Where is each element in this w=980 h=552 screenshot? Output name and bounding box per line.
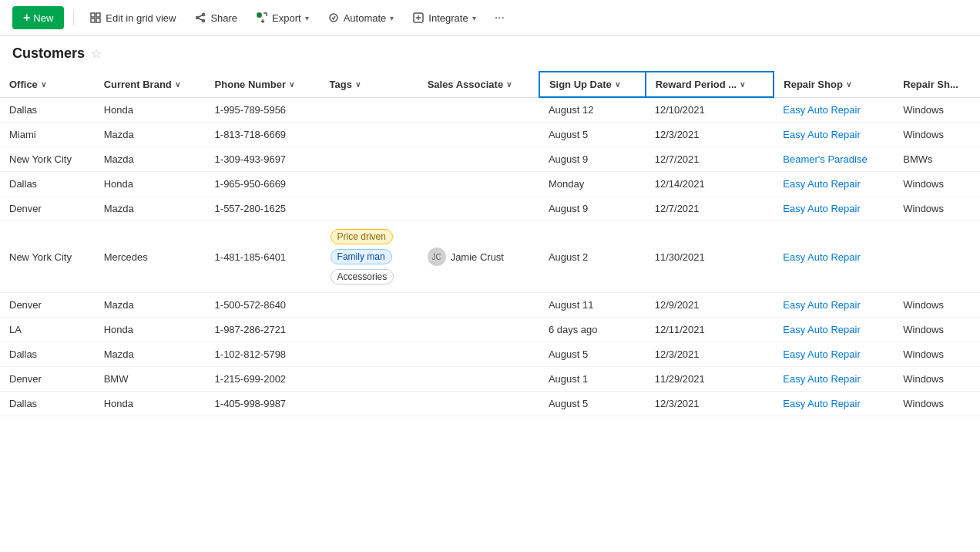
col-header-sales-associate[interactable]: Sales Associate ∨: [418, 72, 539, 97]
col-sort-reward-icon: ∨: [740, 80, 745, 89]
cell-repair-sh2: Windows: [894, 97, 980, 123]
col-label-sales-associate: Sales Associate: [428, 79, 504, 90]
cell-repair-shop[interactable]: Easy Auto Repair: [774, 221, 894, 293]
cell-current-brand: Mazda: [95, 293, 206, 318]
col-label-office: Office: [9, 79, 38, 90]
edit-grid-button[interactable]: Edit in grid view: [83, 8, 182, 28]
col-header-office[interactable]: Office ∨: [0, 72, 95, 97]
customers-table: Office ∨ Current Brand ∨ Phone Number ∨: [0, 71, 980, 416]
cell-repair-shop[interactable]: Easy Auto Repair: [774, 293, 894, 318]
cell-current-brand: Honda: [95, 392, 206, 416]
cell-repair-shop[interactable]: Easy Auto Repair: [774, 342, 894, 367]
integrate-chevron-icon: ▾: [472, 14, 476, 22]
cell-repair-shop[interactable]: Easy Auto Repair: [774, 318, 894, 342]
col-header-reward-period[interactable]: Reward Period ... ∨: [646, 72, 774, 97]
automate-button[interactable]: Automate ▾: [321, 8, 401, 28]
integrate-label: Integrate: [428, 12, 468, 24]
svg-rect-2: [91, 19, 95, 22]
cell-phone-number: 1-813-718-6669: [206, 123, 321, 147]
cell-repair-shop[interactable]: Beamer's Paradise: [774, 147, 894, 172]
cell-sales-associate: [418, 367, 539, 392]
cell-current-brand: BMW: [95, 367, 206, 392]
share-label: Share: [210, 12, 237, 24]
table-row: New York CityMazda1-309-493-9697August 9…: [0, 147, 980, 172]
col-header-repair-sh2[interactable]: Repair Sh...: [894, 72, 980, 97]
cell-phone-number: 1-102-812-5798: [206, 342, 321, 367]
cell-repair-shop[interactable]: Easy Auto Repair: [774, 97, 894, 123]
cell-office: New York City: [0, 147, 95, 172]
svg-rect-9: [257, 13, 261, 17]
automate-chevron-icon: ▾: [390, 14, 394, 22]
col-label-repair-sh2: Repair Sh...: [903, 79, 958, 90]
cell-current-brand: Mazda: [95, 123, 206, 147]
cell-reward-period: 12/3/2021: [646, 123, 774, 147]
cell-repair-shop[interactable]: Easy Auto Repair: [774, 172, 894, 197]
col-sort-repair-icon: ∨: [846, 80, 851, 89]
share-icon: [194, 12, 206, 24]
col-sort-phone-icon: ∨: [289, 80, 294, 89]
table-row: New York CityMercedes1-481-185-6401Price…: [0, 221, 980, 293]
cell-tags: [321, 293, 418, 318]
col-header-current-brand[interactable]: Current Brand ∨: [95, 72, 206, 97]
cell-sales-associate: [418, 392, 539, 416]
favorite-star-icon[interactable]: ☆: [91, 46, 102, 61]
cell-office: Denver: [0, 197, 95, 221]
cell-reward-period: 12/9/2021: [646, 293, 774, 318]
table-row: DenverMazda1-557-280-1625August 912/7/20…: [0, 197, 980, 221]
share-button[interactable]: Share: [188, 8, 243, 28]
grid-icon: [89, 12, 102, 24]
table-header-row: Office ∨ Current Brand ∨ Phone Number ∨: [0, 72, 980, 97]
cell-repair-sh2: BMWs: [894, 147, 980, 172]
col-header-phone-number[interactable]: Phone Number ∨: [206, 72, 321, 97]
cell-office: Dallas: [0, 342, 95, 367]
table-row: DenverBMW1-215-699-2002August 111/29/202…: [0, 367, 980, 392]
svg-line-8: [197, 18, 203, 21]
cell-current-brand: Mercedes: [95, 221, 206, 293]
cell-repair-shop[interactable]: Easy Auto Repair: [774, 392, 894, 416]
cell-sign-up-date: August 12: [539, 97, 646, 123]
col-label-tags: Tags: [330, 79, 352, 90]
cell-sales-associate: [418, 342, 539, 367]
more-options-button[interactable]: ···: [488, 7, 511, 29]
toolbar: + New Edit in grid view Share: [0, 0, 980, 36]
svg-point-10: [330, 14, 337, 22]
cell-tags: Price drivenFamily manAccessories: [321, 221, 418, 293]
more-options-label: ···: [495, 11, 505, 24]
integrate-button[interactable]: Integrate ▾: [406, 8, 482, 28]
cell-reward-period: 12/7/2021: [646, 147, 774, 172]
cell-office: New York City: [0, 221, 95, 293]
col-header-repair-shop[interactable]: Repair Shop ∨: [774, 72, 894, 97]
svg-rect-0: [91, 13, 95, 17]
new-button[interactable]: + New: [12, 6, 64, 29]
export-button[interactable]: Export ▾: [250, 8, 315, 28]
table-row: DallasMazda1-102-812-5798August 512/3/20…: [0, 342, 980, 367]
export-icon: [256, 12, 268, 24]
automate-label: Automate: [344, 12, 387, 24]
cell-current-brand: Honda: [95, 318, 206, 342]
cell-repair-sh2: Windows: [894, 318, 980, 342]
svg-rect-3: [96, 19, 100, 22]
cell-repair-sh2: Windows: [894, 172, 980, 197]
cell-repair-sh2: Windows: [894, 342, 980, 367]
cell-repair-shop[interactable]: Easy Auto Repair: [774, 123, 894, 147]
col-label-reward-period: Reward Period ...: [656, 79, 737, 90]
cell-office: Dallas: [0, 97, 95, 123]
col-header-sign-up-date[interactable]: Sign Up Date ∨: [539, 72, 646, 97]
cell-phone-number: 1-987-286-2721: [206, 318, 321, 342]
cell-repair-sh2: Windows: [894, 197, 980, 221]
cell-current-brand: Mazda: [95, 342, 206, 367]
cell-sign-up-date: 6 days ago: [539, 318, 646, 342]
cell-phone-number: 1-965-950-6669: [206, 172, 321, 197]
cell-tags: [321, 197, 418, 221]
cell-repair-shop[interactable]: Easy Auto Repair: [774, 367, 894, 392]
col-header-tags[interactable]: Tags ∨: [321, 72, 418, 97]
col-sort-brand-icon: ∨: [175, 80, 180, 89]
cell-office: Dallas: [0, 172, 95, 197]
cell-sales-associate: [418, 318, 539, 342]
cell-repair-sh2: Windows: [894, 123, 980, 147]
cell-repair-sh2: Windows: [894, 293, 980, 318]
cell-repair-shop[interactable]: Easy Auto Repair: [774, 197, 894, 221]
cell-tags: [321, 367, 418, 392]
cell-sales-associate: [418, 293, 539, 318]
cell-phone-number: 1-215-699-2002: [206, 367, 321, 392]
